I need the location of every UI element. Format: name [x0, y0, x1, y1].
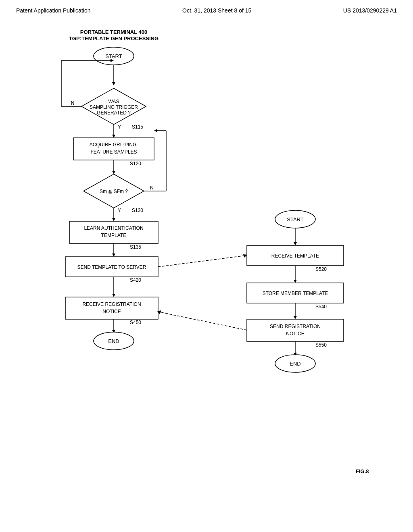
box7	[247, 319, 344, 341]
y-label-d2: Y	[118, 208, 121, 213]
d2-text: Sm ≧ SFm ?	[100, 189, 128, 194]
s520-label: S520	[315, 266, 327, 272]
end-right-label: END	[290, 361, 300, 367]
diagram-area: text { font-family: Arial, Helvetica, sa…	[0, 18, 413, 493]
s120-label: S120	[130, 161, 141, 166]
box4-line2: NOTICE	[102, 309, 121, 314]
header-left: Patent Application Publication	[16, 7, 90, 14]
arrowhead-4	[112, 218, 115, 221]
box3-text: SEND TEMPLATE TO SERVER	[77, 264, 146, 270]
box2-line2: TEMPLATE	[101, 233, 126, 238]
fig-label: FIG.8	[356, 468, 369, 474]
header-right: US 2013/0290229 A1	[343, 7, 397, 14]
s130-label: S130	[132, 208, 143, 213]
arrowhead-1	[112, 82, 115, 85]
d1-line1: WAS	[108, 99, 119, 104]
y-label-d1: Y	[118, 124, 121, 130]
s420-label: S420	[130, 277, 141, 283]
box6-text: STORE MEMBER TEMPLATE	[263, 291, 328, 296]
d1-line3: GENERATED ?	[97, 110, 131, 116]
arrowhead-6	[112, 294, 115, 297]
arrowhead-2	[112, 135, 115, 138]
s115-label: S115	[132, 124, 143, 130]
start-right-label: START	[287, 216, 303, 222]
box2-line1: LEARN AUTHENTICATION	[84, 225, 143, 231]
s550-label: S550	[315, 342, 327, 348]
arrowhead-5	[112, 254, 115, 257]
cross-arrow-2	[159, 312, 247, 330]
d1-line2: SAMPLING TRIGGER	[90, 104, 138, 110]
n-label-d2: N	[150, 185, 154, 191]
arrowhead-loop2	[154, 129, 157, 132]
arrowhead-3	[112, 171, 115, 174]
s450-label: S450	[130, 320, 141, 325]
title-left-line1: PORTABLE TERMINAL 400	[80, 29, 147, 35]
header-center: Oct. 31, 2013 Sheet 8 of 15	[182, 7, 251, 14]
box1-line1: ACQUIRE GRIPPING-	[90, 142, 138, 148]
s135-label: S135	[130, 244, 141, 250]
box1-line2: FEATURE SAMPLES	[90, 149, 137, 155]
cross-arrow-1	[158, 256, 246, 267]
arrowhead-r3	[294, 316, 297, 319]
box5-text: RECEIVE TEMPLATE	[271, 253, 319, 259]
s540-label: S540	[315, 304, 327, 310]
title-left-line2: TGP:TEMPLATE GEN PROCESSING	[69, 35, 159, 42]
arrowhead-r2	[294, 280, 297, 283]
start-left-label: START	[105, 53, 122, 59]
page-header: Patent Application Publication Oct. 31, …	[0, 0, 413, 18]
end-left-label: END	[108, 338, 119, 344]
n-label-d1: N	[71, 100, 75, 106]
box7-line2: NOTICE	[286, 331, 304, 337]
arrowhead-r1	[294, 242, 297, 245]
box7-line1: SEND REGISTRATION	[270, 324, 321, 329]
flowchart-svg: text { font-family: Arial, Helvetica, sa…	[33, 22, 380, 489]
box4-line1: RECEIVE REGISTRATION	[82, 301, 141, 307]
box4	[65, 297, 158, 319]
